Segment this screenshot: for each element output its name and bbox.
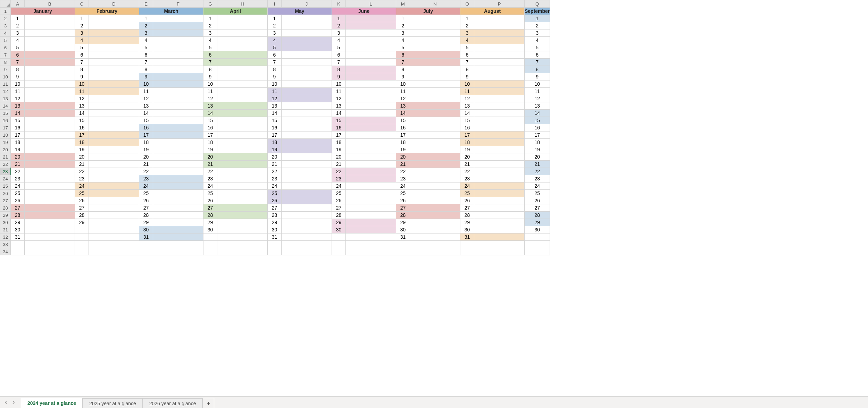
day-note-cell[interactable] xyxy=(346,161,396,168)
day-note-cell[interactable] xyxy=(153,117,203,124)
day-note-cell[interactable] xyxy=(217,212,268,219)
day-note-cell[interactable] xyxy=(474,22,525,29)
month-header[interactable]: May xyxy=(268,8,332,15)
day-number-cell[interactable]: 14 xyxy=(75,110,89,117)
day-note-cell[interactable] xyxy=(282,44,332,51)
cell[interactable] xyxy=(89,241,139,248)
day-number-cell[interactable]: 7 xyxy=(396,59,410,66)
day-note-cell[interactable] xyxy=(153,204,203,212)
day-number-cell[interactable]: 16 xyxy=(139,124,153,131)
day-number-cell[interactable]: 21 xyxy=(268,161,282,168)
day-number-cell[interactable]: 2 xyxy=(525,22,550,29)
day-number-cell[interactable]: 26 xyxy=(203,197,217,204)
column-header[interactable]: M xyxy=(396,0,410,8)
cell[interactable] xyxy=(410,241,460,248)
day-number-cell[interactable]: 25 xyxy=(460,190,474,197)
day-number-cell[interactable]: 30 xyxy=(460,226,474,233)
day-note-cell[interactable] xyxy=(474,139,525,146)
month-header[interactable]: April xyxy=(203,8,268,15)
column-header[interactable]: I xyxy=(268,0,282,8)
day-number-cell[interactable]: 4 xyxy=(396,37,410,44)
day-note-cell[interactable] xyxy=(217,124,268,131)
day-note-cell[interactable] xyxy=(346,44,396,51)
day-number-cell[interactable]: 24 xyxy=(11,182,25,190)
day-note-cell[interactable] xyxy=(346,168,396,175)
cell[interactable] xyxy=(25,248,75,255)
cell[interactable] xyxy=(153,241,203,248)
row-header[interactable]: 28 xyxy=(0,204,11,212)
day-number-cell[interactable]: 23 xyxy=(75,175,89,182)
day-note-cell[interactable] xyxy=(217,197,268,204)
day-note-cell[interactable] xyxy=(153,139,203,146)
day-number-cell[interactable]: 30 xyxy=(139,226,153,233)
day-note-cell[interactable] xyxy=(25,59,75,66)
cell[interactable] xyxy=(332,241,346,248)
day-note-cell[interactable] xyxy=(346,15,396,22)
day-number-cell[interactable]: 27 xyxy=(525,204,550,212)
day-note-cell[interactable] xyxy=(410,190,460,197)
day-number-cell[interactable]: 3 xyxy=(460,29,474,37)
day-number-cell[interactable]: 15 xyxy=(525,117,550,124)
day-note-cell[interactable] xyxy=(89,44,139,51)
row-header[interactable]: 11 xyxy=(0,80,11,88)
day-note-cell[interactable] xyxy=(89,197,139,204)
day-note-cell[interactable] xyxy=(89,59,139,66)
day-number-cell[interactable]: 16 xyxy=(11,124,25,131)
sheet-tab[interactable]: 2024 year at a glance xyxy=(21,398,83,408)
day-note-cell[interactable] xyxy=(282,161,332,168)
day-number-cell[interactable]: 4 xyxy=(332,37,346,44)
day-note-cell[interactable] xyxy=(217,110,268,117)
day-number-cell[interactable]: 3 xyxy=(525,29,550,37)
cell[interactable] xyxy=(460,241,474,248)
day-number-cell[interactable]: 21 xyxy=(396,161,410,168)
day-note-cell[interactable] xyxy=(89,204,139,212)
day-number-cell[interactable]: 21 xyxy=(525,161,550,168)
day-note-cell[interactable] xyxy=(217,37,268,44)
column-header[interactable]: Q xyxy=(525,0,550,8)
row-header[interactable]: 22 xyxy=(0,161,11,168)
row-header[interactable]: 16 xyxy=(0,117,11,124)
day-note-cell[interactable] xyxy=(346,66,396,73)
day-note-cell[interactable] xyxy=(89,153,139,161)
day-note-cell[interactable] xyxy=(89,73,139,80)
day-note-cell[interactable] xyxy=(89,110,139,117)
day-number-cell[interactable]: 24 xyxy=(332,182,346,190)
cell[interactable] xyxy=(282,248,332,255)
day-note-cell[interactable] xyxy=(410,29,460,37)
cell[interactable] xyxy=(75,248,89,255)
day-number-cell[interactable]: 19 xyxy=(460,146,474,153)
day-note-cell[interactable] xyxy=(474,212,525,219)
day-number-cell[interactable]: 9 xyxy=(139,73,153,80)
day-number-cell[interactable]: 20 xyxy=(75,153,89,161)
day-number-cell[interactable]: 8 xyxy=(139,66,153,73)
day-number-cell[interactable]: 22 xyxy=(525,168,550,175)
cell[interactable] xyxy=(525,248,550,255)
day-number-cell[interactable]: 27 xyxy=(268,204,282,212)
day-number-cell[interactable]: 29 xyxy=(332,219,346,226)
cell[interactable] xyxy=(525,233,550,241)
day-note-cell[interactable] xyxy=(25,22,75,29)
day-number-cell[interactable]: 14 xyxy=(525,110,550,117)
day-number-cell[interactable]: 1 xyxy=(11,15,25,22)
row-header[interactable]: 21 xyxy=(0,153,11,161)
day-note-cell[interactable] xyxy=(346,80,396,88)
day-note-cell[interactable] xyxy=(25,51,75,59)
day-note-cell[interactable] xyxy=(282,175,332,182)
day-note-cell[interactable] xyxy=(474,233,525,241)
day-number-cell[interactable]: 4 xyxy=(268,37,282,44)
column-header[interactable]: G xyxy=(203,0,217,8)
row-header[interactable]: 2 xyxy=(0,15,11,22)
day-number-cell[interactable]: 12 xyxy=(268,95,282,102)
day-number-cell[interactable]: 26 xyxy=(396,197,410,204)
cell[interactable] xyxy=(346,248,396,255)
day-number-cell[interactable]: 2 xyxy=(268,22,282,29)
day-number-cell[interactable]: 1 xyxy=(203,15,217,22)
day-note-cell[interactable] xyxy=(25,161,75,168)
cell[interactable] xyxy=(396,241,410,248)
day-number-cell[interactable]: 6 xyxy=(396,51,410,59)
day-number-cell[interactable]: 31 xyxy=(268,233,282,241)
day-note-cell[interactable] xyxy=(410,37,460,44)
day-number-cell[interactable]: 2 xyxy=(11,22,25,29)
day-number-cell[interactable]: 3 xyxy=(268,29,282,37)
day-number-cell[interactable]: 15 xyxy=(203,117,217,124)
